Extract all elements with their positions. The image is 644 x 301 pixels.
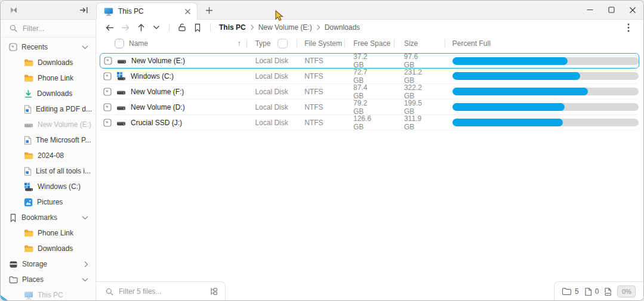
percent-full-bar bbox=[452, 57, 639, 65]
column-header-free-space[interactable]: Free Space bbox=[353, 39, 390, 48]
column-header-file-system[interactable]: File System bbox=[304, 39, 342, 48]
tab-close-icon[interactable] bbox=[184, 8, 191, 15]
sidebar-item-new-volume-e[interactable]: New Volume (E:) bbox=[1, 117, 95, 132]
sidebar-section-storage[interactable]: Storage bbox=[1, 256, 95, 272]
toolbar-divider bbox=[169, 23, 170, 32]
drive-row-new-volume-f[interactable]: New Volume (F:)Local DiskNTFS87.4 GB322.… bbox=[100, 84, 639, 100]
sidebar-filter-input[interactable]: Filter... bbox=[1, 20, 95, 38]
sidebar-item-downloads[interactable]: Downloads bbox=[1, 241, 95, 256]
sidebar-toggle-icon[interactable] bbox=[79, 5, 89, 15]
status-bar: Filter 5 files... 5 0 bbox=[96, 281, 643, 301]
drive-row-new-volume-d[interactable]: New Volume (D:)Local DiskNTFS79.2 GB199.… bbox=[100, 100, 639, 115]
type-filter-checkbox[interactable] bbox=[278, 39, 288, 48]
places-folder-icon bbox=[9, 276, 18, 284]
column-header-type[interactable]: Type bbox=[255, 39, 270, 48]
sidebar-section-recents[interactable]: Recents bbox=[1, 39, 95, 55]
folder-icon bbox=[24, 74, 33, 82]
breadcrumb-new-volume-e[interactable]: New Volume (E:) bbox=[258, 23, 312, 32]
tree-view-icon[interactable] bbox=[209, 287, 219, 296]
sidebar-item-label: Downloads bbox=[38, 244, 73, 253]
sidebar-section-places[interactable]: Places bbox=[1, 272, 95, 287]
sidebar-section-label: Bookmarks bbox=[21, 213, 82, 222]
sidebar-item-downloads[interactable]: Downloads bbox=[1, 86, 95, 101]
sidebar-item-label: Downloads bbox=[38, 58, 73, 67]
back-icon[interactable] bbox=[103, 21, 116, 34]
drive-free-space: 37.2 GB bbox=[353, 52, 376, 69]
drive-row-crucial-ssd-j[interactable]: Crucial SSD (J:)Local DiskNTFS126.6 GB31… bbox=[100, 115, 639, 131]
sidebar-item-label: Windows (C:) bbox=[38, 182, 81, 191]
sidebar-item-this-pc[interactable]: This PC bbox=[1, 287, 95, 301]
sidebar-item-label: Phone Link bbox=[38, 74, 73, 82]
clock-badge-icon bbox=[103, 72, 112, 80]
sidebar-section-label: Places bbox=[22, 275, 82, 284]
drive-size: 199.5 GB bbox=[404, 99, 427, 116]
sidebar-item-editing-a-pdf-d[interactable]: Editing a PDF d... bbox=[1, 101, 95, 117]
pictures-icon bbox=[24, 198, 33, 207]
bookmark-icon[interactable] bbox=[191, 21, 204, 34]
chevron-right-icon bbox=[84, 261, 88, 268]
files-filter-placeholder: Filter 5 files... bbox=[119, 287, 204, 296]
status-summary: 5 0 0% bbox=[554, 281, 643, 301]
sort-ascending-icon[interactable]: ↑ bbox=[237, 39, 241, 48]
chevron-down-icon bbox=[82, 216, 88, 220]
sidebar-item-windows-c[interactable]: Windows (C:) bbox=[1, 179, 95, 194]
folder-icon bbox=[24, 229, 33, 237]
breadcrumb-this-pc[interactable]: This PC bbox=[219, 23, 246, 32]
up-icon[interactable] bbox=[134, 21, 147, 34]
drive-size: 231.2 GB bbox=[404, 68, 427, 85]
new-tab-button[interactable] bbox=[201, 2, 217, 18]
percent-full-bar bbox=[452, 103, 639, 111]
forward-icon[interactable] bbox=[119, 21, 132, 34]
close-window-button[interactable] bbox=[622, 1, 643, 19]
sidebar-item-the-microsoft-p[interactable]: The Microsoft P... bbox=[1, 132, 95, 148]
more-options-icon[interactable] bbox=[622, 21, 635, 34]
breadcrumb-downloads[interactable]: Downloads bbox=[325, 23, 360, 32]
files-filter-input[interactable]: Filter 5 files... bbox=[96, 281, 226, 301]
drive-file-system: NTFS bbox=[304, 88, 323, 96]
document-icon bbox=[24, 167, 32, 176]
drive-file-system: NTFS bbox=[304, 103, 323, 111]
column-header-name[interactable]: Name bbox=[129, 39, 237, 48]
drive-size: 322.2 GB bbox=[404, 83, 427, 100]
select-all-checkbox[interactable] bbox=[115, 39, 124, 48]
drive-name: Crucial SSD (J:) bbox=[131, 119, 182, 127]
drive-icon bbox=[117, 57, 127, 65]
tab-this-pc[interactable]: This PC bbox=[96, 2, 198, 20]
sidebar-section-label: Recents bbox=[21, 43, 82, 51]
sidebar-item-pictures[interactable]: Pictures bbox=[1, 194, 95, 210]
percent-full-fill bbox=[452, 72, 580, 80]
column-header-size[interactable]: Size bbox=[404, 39, 418, 48]
drive-row-windows-c[interactable]: Windows (C:)Local DiskNTFS72.7 GB231.2 G… bbox=[100, 69, 639, 84]
column-header-percent-full[interactable]: Percent Full bbox=[452, 39, 491, 48]
maximize-button[interactable] bbox=[600, 1, 622, 19]
minimize-button[interactable] bbox=[579, 1, 600, 19]
sidebar-item-phone-link[interactable]: Phone Link bbox=[1, 225, 95, 241]
drive-size: 311.9 GB bbox=[404, 114, 427, 131]
history-dropdown-icon[interactable] bbox=[150, 21, 163, 34]
sidebar-item-label: This PC bbox=[38, 291, 63, 299]
tab-bar: This PC bbox=[96, 1, 579, 19]
sidebar-item-list-of-all-tools-i[interactable]: List of all tools i... bbox=[1, 163, 95, 179]
file-count: 0 bbox=[595, 287, 599, 296]
folder-icon bbox=[24, 58, 33, 67]
drive-name: New Volume (D:) bbox=[131, 103, 185, 111]
chevron-right-icon bbox=[316, 24, 321, 30]
sidebar-section-bookmarks[interactable]: Bookmarks bbox=[1, 210, 95, 225]
folder-count-icon bbox=[562, 287, 572, 296]
sidebar-item-2024-08[interactable]: 2024-08 bbox=[1, 148, 95, 163]
drive-row-new-volume-e[interactable]: New Volume (E:)Local DiskNTFS37.2 GB97.6… bbox=[100, 53, 639, 69]
monitor-icon bbox=[104, 7, 113, 16]
drive-file-system: NTFS bbox=[304, 72, 323, 80]
sidebar-item-phone-link[interactable]: Phone Link bbox=[1, 70, 95, 86]
sidebar-item-label: 2024-08 bbox=[38, 151, 64, 160]
sidebar-section-label: Storage bbox=[22, 260, 84, 268]
drive-file-system: NTFS bbox=[304, 119, 323, 127]
drive-file-system: NTFS bbox=[304, 57, 323, 65]
clock-badge-icon bbox=[103, 88, 112, 96]
app-logo-icon bbox=[9, 5, 19, 15]
drive-icon bbox=[116, 119, 126, 127]
sidebar-item-downloads[interactable]: Downloads bbox=[1, 55, 95, 70]
drive-name: New Volume (E:) bbox=[131, 57, 185, 65]
unlock-icon[interactable] bbox=[175, 21, 189, 34]
window-controls bbox=[579, 1, 643, 19]
